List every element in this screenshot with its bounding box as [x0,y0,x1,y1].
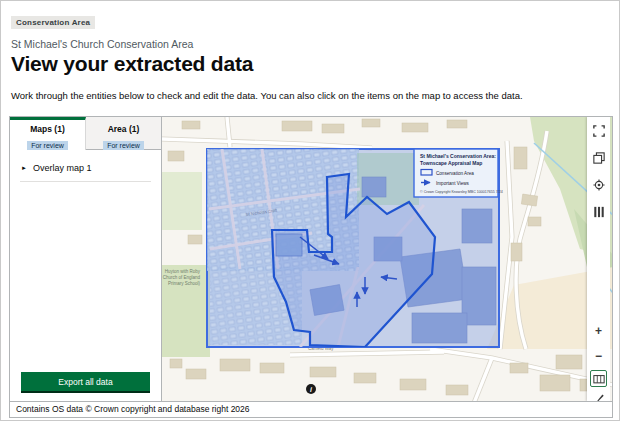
tab-area-label: Area (1) [86,124,161,134]
tab-area[interactable]: Area (1) For review [86,117,161,150]
basemap-toggle-button[interactable] [590,370,607,387]
fullscreen-icon [593,125,605,137]
maps-list: ► Overlay map 1 [10,150,161,372]
copy-pages-icon [593,152,605,164]
fullscreen-button[interactable] [591,123,606,138]
tab-maps-review-badge: For review [27,141,68,150]
info-button[interactable]: i [306,384,316,394]
page-title: View your extracted data [11,52,609,76]
page-caption: St Michael's Church Conservation Area [11,38,609,50]
school-label-line2: Church of England [163,275,201,280]
disclosure-triangle-icon: ► [21,165,27,171]
tab-area-review-badge: For review [103,141,144,150]
map-canvas[interactable]: Huyton with Roby Church of England Prima… [162,117,612,401]
boundary-inner-block [276,234,302,256]
intro-text: Work through the entities below to check… [11,90,609,101]
draw-button[interactable] [591,390,606,401]
layers-button[interactable] [591,150,606,165]
school-label-line1: Huyton with Roby [165,269,201,274]
list-item-overlay-map[interactable]: ► Overlay map 1 [10,150,161,181]
base-map: Huyton with Roby Church of England Prima… [162,117,612,401]
grid-bars-icon [593,206,605,218]
zoom-out-button[interactable]: − [591,348,606,363]
locate-button[interactable] [591,177,606,192]
page-header: Conservation Area St Michael's Church Co… [11,11,609,101]
tab-maps[interactable]: Maps (1) For review [10,117,86,150]
map-legend: St Michael's Conservation Area: Townscap… [414,149,503,197]
overlay-map-label: Overlay map 1 [33,163,92,173]
extracted-data-container: Maps (1) For review Area (1) For review … [9,116,613,418]
legend-title-line2: Townscape Appraisal Map [420,160,482,166]
panel-tabs: Maps (1) For review Area (1) For review [10,117,161,150]
legend-title-line1: St Michael's Conservation Area: [420,153,496,159]
legend-label-conservation-area: Conservation Area [436,171,474,176]
overlay-map[interactable]: St Nicholas Croft St Michael's Conservat… [207,149,503,347]
export-all-data-button[interactable]: Export all data [21,372,150,391]
grid-button[interactable] [591,204,606,219]
target-icon [593,179,605,191]
legend-copyright: © Crown Copyright Knowsley MBC 100017655… [420,190,503,194]
tab-maps-label: Maps (1) [10,124,85,134]
brush-icon [593,392,605,402]
list-divider [20,181,151,182]
os-attribution: Contains OS data © Crown copyright and d… [10,401,612,417]
status-tag: Conservation Area [11,16,95,29]
zoom-in-button[interactable]: + [591,323,606,338]
entities-panel: Maps (1) For review Area (1) For review … [10,117,162,401]
map-book-icon [593,373,605,385]
map-controls: + − [587,117,610,401]
page: { "page": { "tag": "Conservation Area", … [0,0,620,421]
school-label-line3: Primary School) [168,281,201,286]
legend-label-important-views: Important Views [436,181,470,186]
